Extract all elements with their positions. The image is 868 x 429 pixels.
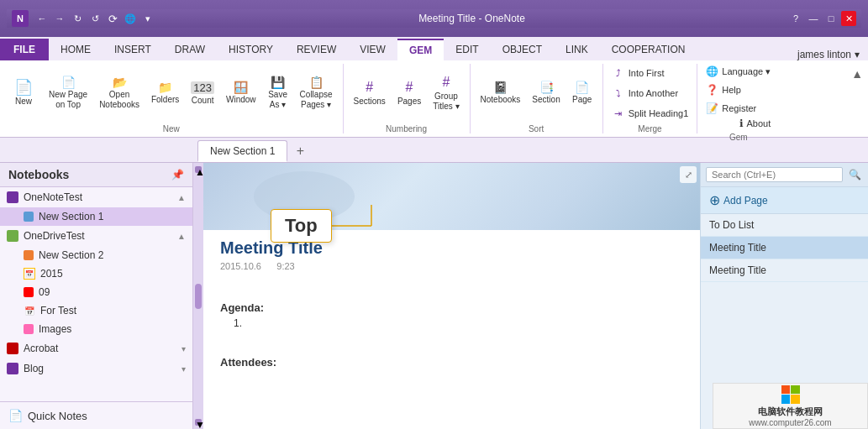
- notebook-tab-new-section-1[interactable]: New Section 1: [197, 140, 287, 162]
- acrobat-label: Acrobat: [24, 343, 58, 354]
- section-sort-button[interactable]: 📑 Section: [527, 78, 565, 108]
- quick-notes-item[interactable]: 📄 Quick Notes: [0, 401, 192, 429]
- search-bar: 🔍: [701, 163, 868, 187]
- sidebar-pin-button[interactable]: 📌: [171, 169, 184, 180]
- watermark: 电脑软件教程网 www.computer26.com: [713, 383, 868, 429]
- page-item-meeting2[interactable]: Meeting Title: [701, 259, 868, 282]
- onenote-test-arrow: ▲: [177, 193, 186, 202]
- sidebar-item-images[interactable]: Images: [0, 320, 192, 338]
- notebooks-sort-button[interactable]: 📓 Notebooks: [476, 78, 526, 108]
- back-button[interactable]: ←: [34, 11, 50, 26]
- tab-home[interactable]: HOME: [49, 39, 103, 60]
- save-as-button[interactable]: 💾 SaveAs ▾: [263, 73, 293, 113]
- tab-file[interactable]: FILE: [0, 39, 49, 60]
- register-button[interactable]: 📝 Register: [702, 101, 760, 116]
- new-page-top-button[interactable]: 📄 New Pageon Top: [44, 73, 92, 113]
- help-gem-button[interactable]: ❓ Help: [702, 82, 744, 97]
- search-input[interactable]: [706, 167, 843, 182]
- window-button[interactable]: 🪟 Window: [221, 78, 261, 108]
- page-item-todo[interactable]: To Do List: [701, 214, 868, 237]
- sync-button[interactable]: ⟳: [105, 11, 120, 26]
- tab-gem[interactable]: GEM: [397, 39, 444, 60]
- language-button[interactable]: 🌐 Language ▾: [702, 64, 774, 79]
- scroll-thumb[interactable]: [195, 284, 202, 309]
- sidebar-item-blog[interactable]: Blog ▾: [0, 358, 192, 379]
- split-heading-label: Split Heading1: [629, 108, 689, 118]
- about-button[interactable]: ℹ About: [736, 116, 775, 131]
- add-page-button[interactable]: ⊕ Add Page: [701, 187, 868, 214]
- forward-button[interactable]: →: [52, 11, 67, 26]
- minimize-button[interactable]: —: [806, 11, 821, 26]
- pages-button[interactable]: # Pages: [392, 76, 426, 110]
- tab-insert[interactable]: INSERT: [103, 39, 163, 60]
- page-container: ⤢ Top Meeting Title 2015.10.6 9:23: [203, 163, 700, 429]
- for-test-icon: 📅: [24, 305, 35, 317]
- new-button[interactable]: 📄 New: [5, 76, 42, 111]
- ribbon-group-sort: 📓 Notebooks 📑 Section 📄 Page Sort: [471, 64, 603, 133]
- redo-button[interactable]: ↺: [87, 11, 103, 26]
- tab-link[interactable]: LINK: [554, 39, 600, 60]
- help-button[interactable]: ?: [788, 11, 803, 26]
- page-sort-button[interactable]: 📄 Page: [567, 78, 597, 108]
- folders-button[interactable]: 📁 Folders: [146, 78, 184, 108]
- blog-color: [7, 363, 18, 374]
- scroll-up-arrow[interactable]: ▲: [195, 166, 202, 173]
- onenote-test-color: [7, 191, 18, 203]
- sidebar-item-for-test[interactable]: 📅 For Test: [0, 301, 192, 320]
- tab-view[interactable]: VIEW: [348, 39, 397, 60]
- close-button[interactable]: ✕: [841, 11, 856, 26]
- scroll-down-arrow[interactable]: ▼: [195, 419, 202, 426]
- sidebar-item-2015[interactable]: 📅 2015: [0, 264, 192, 283]
- window-icon: 🪟: [234, 81, 248, 93]
- split-heading-button[interactable]: ⇥ Split Heading1: [608, 105, 692, 122]
- into-another-label: Into Another: [629, 88, 678, 98]
- count-button[interactable]: 123 Count: [186, 78, 219, 109]
- sidebar-item-09[interactable]: 09: [0, 283, 192, 301]
- group-titles-button[interactable]: # GroupTitles ▾: [428, 71, 464, 115]
- collapse-pages-button[interactable]: 📋 CollapsePages ▾: [295, 73, 338, 113]
- tab-draw[interactable]: DRAW: [163, 39, 217, 60]
- sidebar-item-new-section-1[interactable]: New Section 1: [0, 207, 192, 226]
- open-notebooks-button[interactable]: 📂 OpenNotebooks: [94, 73, 145, 113]
- maximize-button[interactable]: □: [823, 11, 839, 26]
- 2015-label: 2015: [40, 268, 63, 280]
- win-yellow: [791, 395, 800, 404]
- agenda-label: Agenda:: [220, 301, 683, 314]
- split-heading-icon: ⇥: [612, 107, 625, 120]
- search-button[interactable]: 🔍: [846, 166, 863, 183]
- 2015-icon: 📅: [24, 268, 35, 280]
- watermark-line2: www.computer26.com: [749, 418, 831, 427]
- onedrive-test-arrow: ▲: [177, 232, 186, 241]
- add-section-tab-button[interactable]: +: [289, 140, 311, 162]
- about-icon: ℹ: [739, 118, 744, 129]
- collapse-pages-label: CollapsePages ▾: [300, 90, 333, 110]
- sort-group-label: Sort: [529, 124, 544, 133]
- search-web-button[interactable]: 🌐: [123, 11, 138, 26]
- sidebar-item-onedrive-test[interactable]: OneDriveTest ▲: [0, 226, 192, 246]
- register-label: Register: [722, 103, 756, 113]
- tab-cooperation[interactable]: COOPERATION: [600, 39, 697, 60]
- user-dropdown[interactable]: ▾: [855, 49, 860, 60]
- sidebar-scrollbar[interactable]: ▲ ▼: [193, 163, 203, 429]
- qat-dropdown[interactable]: ▾: [140, 11, 155, 26]
- collapse-ribbon-button[interactable]: ▲: [851, 67, 863, 81]
- sections-button[interactable]: # Sections: [349, 76, 391, 110]
- page-item-meeting1[interactable]: Meeting Title: [701, 237, 868, 259]
- ribbon-group-numbering: # Sections # Pages # GroupTitles ▾ Numbe…: [344, 64, 471, 133]
- sidebar-item-onenote-test[interactable]: OneNoteTest ▲: [0, 187, 192, 207]
- undo-button[interactable]: ↻: [70, 11, 85, 26]
- tab-object[interactable]: OBJECT: [491, 39, 554, 60]
- tooltip-text: Top: [285, 215, 318, 236]
- into-another-button[interactable]: ⤵ Into Another: [608, 85, 681, 102]
- sidebar-item-acrobat[interactable]: Acrobat ▾: [0, 338, 192, 358]
- into-first-button[interactable]: ⤴ Into First: [608, 65, 668, 81]
- into-another-icon: ⤵: [612, 86, 625, 100]
- page-content: Meeting Title 2015.10.6 9:23 Agenda: 1. …: [203, 230, 700, 380]
- tab-review[interactable]: REVIEW: [285, 39, 348, 60]
- blog-arrow: ▾: [181, 364, 186, 374]
- tab-history[interactable]: HISTORY: [217, 39, 285, 60]
- tab-edit[interactable]: EDIT: [444, 39, 490, 60]
- count-label: Count: [192, 96, 214, 106]
- notebooks-label: Notebooks: [8, 168, 69, 181]
- sidebar-item-new-section-2[interactable]: New Section 2: [0, 246, 192, 264]
